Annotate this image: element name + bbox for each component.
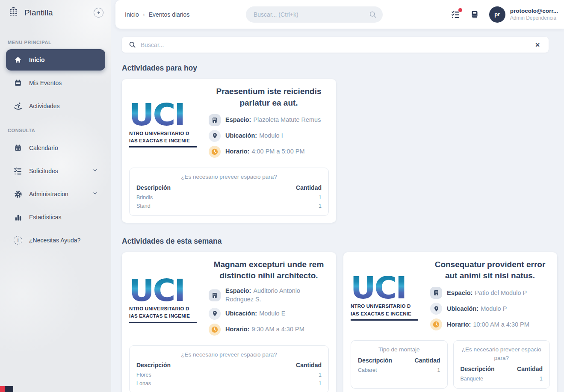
- ubicacion-row: Ubicación:Modulo E: [209, 308, 329, 320]
- event-card-week-2: UCI NTRO UNIVERSITARIO D IAS EXACTAS E I…: [343, 252, 557, 392]
- building-icon: [209, 289, 221, 301]
- uci-logo-line1: NTRO UNIVERSITARIO D: [129, 130, 204, 137]
- clear-search-button[interactable]: ✕: [533, 41, 542, 49]
- debug-badge-dark: [5, 386, 13, 392]
- event-title: Consequatur provident error aut animi si…: [430, 259, 550, 282]
- table-caption: ¿Es necesario preveer espacio para?: [136, 173, 322, 181]
- sidebar-item-label: Actividades: [29, 103, 98, 109]
- sidebar-item-label: Administracion: [29, 191, 92, 197]
- location-pin-icon: [430, 303, 442, 315]
- uci-logo-rule: [129, 322, 197, 323]
- col-cantidad: Cantidad: [517, 365, 543, 372]
- sidebar-item-inicio[interactable]: Inicio: [6, 49, 105, 71]
- table-row: Stand1: [136, 202, 322, 210]
- debug-badge[interactable]: [0, 386, 13, 392]
- calendar-grid-icon: [13, 144, 23, 152]
- avatar[interactable]: pr: [489, 6, 505, 23]
- arrow-left-icon: [96, 10, 101, 15]
- uci-logo-rule: [351, 319, 418, 321]
- sidebar-item-administracion[interactable]: Administracion: [6, 183, 105, 205]
- sidebar-collapse-button[interactable]: [94, 8, 103, 18]
- sidebar-item-solicitudes[interactable]: Solicitudes: [6, 160, 105, 182]
- uci-logo-line2: IAS EXACTAS E INGENIE: [129, 137, 204, 144]
- espacio-row: Espacio:Plazoleta Matute Remus: [209, 114, 329, 126]
- uci-logo-acronym: UCI: [351, 273, 426, 303]
- sidebar-item-label: ¿Necesitas Ayuda?: [29, 237, 98, 244]
- uci-logo-acronym: UCI: [129, 100, 204, 130]
- building-icon: [209, 114, 221, 126]
- table-row: Cabaret1: [358, 366, 440, 374]
- uci-logo: UCI NTRO UNIVERSITARIO D IAS EXACTAS E I…: [129, 275, 204, 323]
- col-descripcion: Descripción: [136, 362, 171, 368]
- clock-icon: [430, 318, 442, 330]
- col-descripcion: Descripción: [358, 357, 392, 364]
- uci-logo-line2: IAS EXACTAS E INGENIE: [129, 312, 204, 320]
- chevron-down-icon: [92, 190, 98, 198]
- sidebar-item-label: Solicitudes: [29, 168, 92, 174]
- content-search-bar: ✕: [122, 37, 549, 53]
- sidebar-item-mis-eventos[interactable]: Mis Eventos: [6, 72, 105, 94]
- breadcrumb-home[interactable]: Inicio: [125, 11, 139, 18]
- event-card-week-1: UCI NTRO UNIVERSITARIO D IAS EXACTAS E I…: [122, 252, 336, 392]
- uci-logo-line1: NTRO UNIVERSITARIO D: [351, 303, 426, 310]
- ubicacion-row: Ubicación:Modulo I: [209, 130, 329, 142]
- ubicacion-row: Ubicación:Modulo P: [430, 303, 550, 315]
- manual-button[interactable]: [470, 10, 479, 19]
- debug-badge-red: [0, 386, 5, 392]
- event-title: Praesentium iste reiciendis pariatur ea …: [209, 86, 329, 109]
- section-title-week: Actividades de esta semana: [122, 237, 564, 246]
- horario-value: 9:30 AM a 4:30 PM: [251, 326, 304, 333]
- table-row: Lonas1: [136, 379, 322, 388]
- requirements-table: ¿Es necesario preveer espacio para? Desc…: [129, 168, 329, 216]
- sidebar-item-label: Mis Eventos: [29, 80, 98, 86]
- horario-row: Horario:10:00 AM a 4:30 PM: [430, 318, 550, 330]
- building-icon: [430, 287, 442, 299]
- table-row: Flores1: [136, 371, 322, 379]
- ubicacion-value: Modulo E: [259, 310, 285, 317]
- content-search-input[interactable]: [141, 41, 533, 48]
- col-cantidad: Cantidad: [296, 362, 322, 368]
- sidebar-brand: Plantilla: [0, 0, 111, 19]
- breadcrumb-current: Eventos diarios: [149, 11, 190, 18]
- topbar-actions: pr protocolo@corr... Admin Dependencia: [451, 0, 558, 29]
- table-caption: ¿Es necesario preveer espacio para?: [136, 351, 322, 359]
- notification-dot: [458, 8, 462, 12]
- table-row: Banquete1: [461, 374, 543, 383]
- sidebar-item-actividades[interactable]: Actividades: [6, 95, 105, 117]
- sidebar-item-ayuda[interactable]: ! ¿Necesitas Ayuda?: [6, 230, 105, 251]
- crowd-logo-icon: [8, 6, 19, 19]
- breadcrumb: Inicio › Eventos diarios: [125, 11, 189, 18]
- menu-section-label: CONSULTA: [8, 128, 111, 133]
- checklist-icon: [13, 167, 23, 175]
- sidebar-item-calendario[interactable]: Calendario: [6, 137, 105, 159]
- espacio-value: Plazoleta Matute Remus: [253, 116, 321, 123]
- horario-row: Horario:4:00 PM a 5:00 PM: [209, 146, 329, 158]
- col-descripcion: Descripción: [136, 184, 171, 191]
- col-descripcion: Descripción: [461, 365, 495, 372]
- global-search: [246, 6, 383, 23]
- requirements-table: ¿Es necesario preveer espacio para? Desc…: [129, 345, 329, 392]
- pending-requests-button[interactable]: [451, 10, 460, 19]
- calendar-event-icon: [13, 79, 23, 87]
- horario-value: 10:00 AM a 4:30 PM: [473, 321, 529, 328]
- global-search-input[interactable]: [254, 11, 369, 18]
- requirements-table: ¿Es necesario preveer espacio para? Desc…: [453, 340, 550, 388]
- table-row: Brindis1: [136, 193, 322, 202]
- book-icon: [470, 10, 479, 19]
- main-content: ✕ Actividades para hoy UCI NTRO UNIVERSI…: [111, 0, 564, 392]
- bar-chart-icon: [13, 213, 23, 221]
- location-pin-icon: [209, 308, 221, 320]
- user-menu[interactable]: pr protocolo@corr... Admin Dependencia: [489, 6, 558, 23]
- user-role: Admin Dependencia: [510, 15, 558, 21]
- sidebar: Plantilla MENU PRINCIPAL Inicio: [0, 0, 111, 392]
- sidebar-item-estadisticas[interactable]: Estadísticas: [6, 206, 105, 228]
- table-caption: ¿Es necesario preveer espacio para?: [461, 345, 543, 362]
- espacio-row: Espacio:Patio del Modulo P: [430, 287, 550, 299]
- snowboarder-icon: [13, 102, 23, 110]
- sidebar-menu: MENU PRINCIPAL Inicio Mis Eventos: [0, 40, 111, 117]
- gear-icon: [13, 190, 23, 198]
- uci-logo-acronym: UCI: [129, 275, 204, 306]
- section-title-today: Actividades para hoy: [122, 64, 564, 73]
- event-title: Magnam excepturi unde rem distinctio nih…: [209, 259, 329, 282]
- sidebar-item-label: Calendario: [29, 144, 98, 151]
